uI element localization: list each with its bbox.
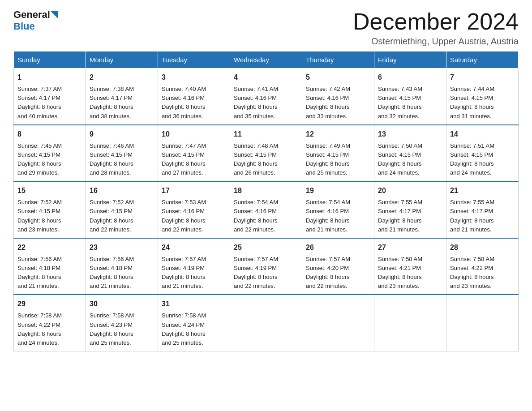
calendar-table: Sunday Monday Tuesday Wednesday Thursday… [13, 51, 519, 351]
day-number: 17 [162, 185, 226, 196]
day-info: Sunrise: 7:54 AM Sunset: 4:16 PM Dayligh… [234, 199, 278, 232]
table-row: 29 Sunrise: 7:58 AM Sunset: 4:22 PM Dayl… [14, 295, 86, 351]
table-row: 6 Sunrise: 7:43 AM Sunset: 4:15 PM Dayli… [374, 68, 446, 125]
day-number: 9 [90, 129, 154, 140]
day-number: 2 [90, 72, 154, 83]
day-info: Sunrise: 7:49 AM Sunset: 4:15 PM Dayligh… [306, 142, 350, 176]
table-row: 15 Sunrise: 7:52 AM Sunset: 4:15 PM Dayl… [14, 181, 86, 238]
day-info: Sunrise: 7:52 AM Sunset: 4:15 PM Dayligh… [17, 199, 62, 232]
day-number: 29 [17, 299, 82, 309]
table-row: 31 Sunrise: 7:58 AM Sunset: 4:24 PM Dayl… [158, 295, 230, 351]
day-number: 31 [162, 299, 226, 309]
day-info: Sunrise: 7:40 AM Sunset: 4:16 PM Dayligh… [162, 86, 206, 119]
day-number: 25 [234, 242, 298, 253]
day-info: Sunrise: 7:58 AM Sunset: 4:24 PM Dayligh… [162, 312, 206, 346]
table-row: 11 Sunrise: 7:48 AM Sunset: 4:15 PM Dayl… [230, 125, 302, 182]
day-info: Sunrise: 7:43 AM Sunset: 4:15 PM Dayligh… [378, 86, 422, 119]
day-number: 30 [90, 299, 154, 309]
day-info: Sunrise: 7:55 AM Sunset: 4:17 PM Dayligh… [378, 199, 422, 232]
table-row: 22 Sunrise: 7:56 AM Sunset: 4:18 PM Dayl… [14, 238, 86, 295]
day-info: Sunrise: 7:57 AM Sunset: 4:20 PM Dayligh… [306, 256, 350, 289]
calendar-week-row: 15 Sunrise: 7:52 AM Sunset: 4:15 PM Dayl… [14, 181, 519, 238]
day-number: 8 [17, 129, 82, 140]
day-number: 28 [450, 242, 515, 253]
location: Ostermiething, Upper Austria, Austria [353, 36, 519, 47]
day-info: Sunrise: 7:58 AM Sunset: 4:23 PM Dayligh… [90, 312, 134, 346]
table-row [446, 295, 519, 351]
logo-text: General [13, 9, 58, 21]
day-info: Sunrise: 7:55 AM Sunset: 4:17 PM Dayligh… [450, 199, 494, 232]
day-info: Sunrise: 7:47 AM Sunset: 4:15 PM Dayligh… [162, 142, 206, 176]
header-tuesday: Tuesday [158, 51, 230, 68]
month-title: December 2024 [353, 9, 519, 34]
calendar-week-row: 29 Sunrise: 7:58 AM Sunset: 4:22 PM Dayl… [14, 295, 519, 351]
day-number: 3 [162, 72, 226, 83]
table-row: 24 Sunrise: 7:57 AM Sunset: 4:19 PM Dayl… [158, 238, 230, 295]
table-row: 23 Sunrise: 7:56 AM Sunset: 4:18 PM Dayl… [86, 238, 158, 295]
day-number: 14 [450, 129, 515, 140]
table-row: 2 Sunrise: 7:38 AM Sunset: 4:17 PM Dayli… [86, 68, 158, 125]
day-number: 23 [90, 242, 154, 253]
day-number: 18 [234, 185, 298, 196]
day-number: 11 [234, 129, 298, 140]
table-row: 13 Sunrise: 7:50 AM Sunset: 4:15 PM Dayl… [374, 125, 446, 182]
day-info: Sunrise: 7:42 AM Sunset: 4:16 PM Dayligh… [306, 86, 350, 119]
table-row: 18 Sunrise: 7:54 AM Sunset: 4:16 PM Dayl… [230, 181, 302, 238]
logo-general: General [13, 9, 50, 21]
day-info: Sunrise: 7:56 AM Sunset: 4:18 PM Dayligh… [17, 256, 62, 289]
header-wednesday: Wednesday [230, 51, 302, 68]
day-info: Sunrise: 7:38 AM Sunset: 4:17 PM Dayligh… [90, 86, 134, 119]
logo-blue: Blue [13, 21, 35, 32]
day-info: Sunrise: 7:50 AM Sunset: 4:15 PM Dayligh… [378, 142, 422, 176]
table-row [374, 295, 446, 351]
day-info: Sunrise: 7:48 AM Sunset: 4:15 PM Dayligh… [234, 142, 278, 176]
page-wrapper: General Blue December 2024 Ostermiething… [13, 9, 519, 351]
table-row: 25 Sunrise: 7:57 AM Sunset: 4:19 PM Dayl… [230, 238, 302, 295]
table-row: 9 Sunrise: 7:46 AM Sunset: 4:15 PM Dayli… [86, 125, 158, 182]
day-number: 15 [17, 185, 82, 196]
day-info: Sunrise: 7:54 AM Sunset: 4:16 PM Dayligh… [306, 199, 350, 232]
day-number: 12 [306, 129, 370, 140]
table-row: 14 Sunrise: 7:51 AM Sunset: 4:15 PM Dayl… [446, 125, 519, 182]
day-info: Sunrise: 7:46 AM Sunset: 4:15 PM Dayligh… [90, 142, 134, 176]
day-number: 24 [162, 242, 226, 253]
table-row: 3 Sunrise: 7:40 AM Sunset: 4:16 PM Dayli… [158, 68, 230, 125]
table-row [302, 295, 374, 351]
day-info: Sunrise: 7:45 AM Sunset: 4:15 PM Dayligh… [17, 142, 62, 176]
table-row: 26 Sunrise: 7:57 AM Sunset: 4:20 PM Dayl… [302, 238, 374, 295]
day-number: 1 [17, 72, 82, 83]
table-row: 5 Sunrise: 7:42 AM Sunset: 4:16 PM Dayli… [302, 68, 374, 125]
day-info: Sunrise: 7:57 AM Sunset: 4:19 PM Dayligh… [234, 256, 278, 289]
day-info: Sunrise: 7:53 AM Sunset: 4:16 PM Dayligh… [162, 199, 206, 232]
day-number: 16 [90, 185, 154, 196]
table-row: 30 Sunrise: 7:58 AM Sunset: 4:23 PM Dayl… [86, 295, 158, 351]
day-info: Sunrise: 7:58 AM Sunset: 4:22 PM Dayligh… [17, 312, 62, 346]
header-sunday: Sunday [14, 51, 86, 68]
day-info: Sunrise: 7:58 AM Sunset: 4:21 PM Dayligh… [378, 256, 422, 289]
day-number: 7 [450, 72, 515, 83]
calendar-week-row: 8 Sunrise: 7:45 AM Sunset: 4:15 PM Dayli… [14, 125, 519, 182]
table-row: 1 Sunrise: 7:37 AM Sunset: 4:17 PM Dayli… [14, 68, 86, 125]
day-number: 21 [450, 185, 515, 196]
day-number: 10 [162, 129, 226, 140]
table-row: 10 Sunrise: 7:47 AM Sunset: 4:15 PM Dayl… [158, 125, 230, 182]
day-number: 22 [17, 242, 82, 253]
day-info: Sunrise: 7:44 AM Sunset: 4:15 PM Dayligh… [450, 86, 494, 119]
logo-blue-text: Blue [13, 21, 35, 32]
header-monday: Monday [86, 51, 158, 68]
header: General Blue December 2024 Ostermiething… [13, 9, 519, 47]
day-number: 5 [306, 72, 370, 83]
table-row: 16 Sunrise: 7:52 AM Sunset: 4:15 PM Dayl… [86, 181, 158, 238]
day-number: 26 [306, 242, 370, 253]
table-row: 4 Sunrise: 7:41 AM Sunset: 4:16 PM Dayli… [230, 68, 302, 125]
logo-icon [50, 11, 58, 19]
day-info: Sunrise: 7:52 AM Sunset: 4:15 PM Dayligh… [90, 199, 134, 232]
table-row: 17 Sunrise: 7:53 AM Sunset: 4:16 PM Dayl… [158, 181, 230, 238]
header-thursday: Thursday [302, 51, 374, 68]
day-number: 13 [378, 129, 442, 140]
table-row: 28 Sunrise: 7:58 AM Sunset: 4:22 PM Dayl… [446, 238, 519, 295]
table-row: 19 Sunrise: 7:54 AM Sunset: 4:16 PM Dayl… [302, 181, 374, 238]
header-friday: Friday [374, 51, 446, 68]
logo: General Blue [13, 9, 58, 32]
header-saturday: Saturday [446, 51, 519, 68]
